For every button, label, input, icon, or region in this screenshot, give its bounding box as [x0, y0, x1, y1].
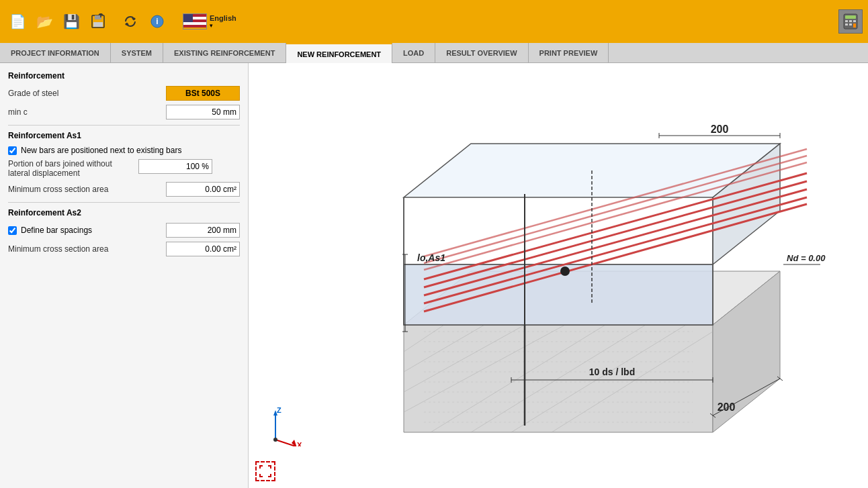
language-selector[interactable]: English ▾	[183, 13, 236, 30]
calculator-btn[interactable]	[838, 9, 863, 34]
info-btn[interactable]: i	[145, 9, 169, 34]
svg-point-74	[273, 438, 277, 442]
min-cross-as2-input[interactable]	[166, 242, 240, 256]
portion-bars-row: Portion of bars joined without lateral d…	[8, 159, 240, 178]
grade-of-steel-label: Grade of steel	[8, 89, 166, 98]
reinforcement-title: Reinforcement	[8, 71, 240, 81]
tab-result-overview[interactable]: RESULT OVERVIEW	[435, 43, 528, 63]
svg-text:X: X	[297, 441, 302, 446]
tab-load[interactable]: LOAD	[392, 43, 435, 63]
grade-of-steel-row: Grade of steel BSt 500S	[8, 86, 240, 101]
min-cross-as1-label: Minimum cross section area	[8, 185, 166, 194]
bottom-dim-label: 10 ds / lbd	[589, 367, 635, 377]
new-bars-label: New bars are positioned next to existing…	[21, 146, 181, 155]
reinforcement-section: Reinforcement Grade of steel BSt 500S mi…	[8, 71, 240, 119]
svg-point-54	[560, 266, 570, 276]
tabbar: PROJECT INFORMATION SYSTEM EXISTING REIN…	[0, 43, 868, 63]
left-panel: Reinforcement Grade of steel BSt 500S mi…	[0, 63, 249, 488]
svg-text:Z: Z	[277, 406, 281, 414]
language-label: English	[210, 14, 236, 22]
svg-rect-7	[845, 15, 856, 19]
portion-bars-input[interactable]	[138, 159, 212, 174]
new-bars-checkbox[interactable]	[8, 146, 17, 155]
new-bars-checkbox-row: New bars are positioned next to existing…	[8, 146, 240, 155]
reinforcement-as1-section: Reinforcement As1 New bars are positione…	[8, 131, 240, 197]
toolbar: 📄 📂 💾 i	[0, 0, 868, 43]
svg-text:i: i	[156, 17, 158, 26]
main-content: Reinforcement Grade of steel BSt 500S mi…	[0, 63, 868, 488]
dim-200-top: 200	[711, 124, 729, 135]
tab-project-information[interactable]: PROJECT INFORMATION	[0, 43, 111, 63]
svg-rect-12	[849, 23, 852, 26]
portion-bars-label: Portion of bars joined without lateral d…	[8, 159, 136, 178]
min-cross-as2-label: Minimum cross section area	[8, 244, 166, 254]
dim-200-bottom: 200	[718, 401, 736, 413]
svg-rect-2	[93, 22, 103, 27]
tab-system[interactable]: SYSTEM	[111, 43, 163, 63]
define-bar-spacings-row: Define bar spacings	[8, 223, 240, 238]
3d-visualization: 200 Nd = 0.00 lo,As1 10 ds / lbd 200	[249, 63, 868, 488]
min-cross-as1-input[interactable]	[166, 182, 240, 197]
save-btn[interactable]: 💾	[59, 9, 83, 34]
visualization-panel: 200 Nd = 0.00 lo,As1 10 ds / lbd 200	[249, 63, 868, 488]
min-c-input[interactable]	[166, 105, 240, 119]
bar-spacings-input[interactable]	[166, 223, 240, 238]
define-bar-spacings-label: Define bar spacings	[21, 226, 92, 235]
tab-existing-reinforcement[interactable]: EXISTING REINFORCEMENT	[163, 43, 286, 63]
tab-new-reinforcement[interactable]: NEW REINFORCEMENT	[286, 43, 392, 63]
reinforcement-as2-section: Reinforcement As2 Define bar spacings Mi…	[8, 208, 240, 256]
open-btn[interactable]: 📂	[32, 9, 56, 34]
reinforcement-as2-title: Reinforcement As2	[8, 208, 240, 217]
axis-indicator: Z X	[262, 406, 302, 448]
svg-rect-11	[845, 23, 848, 26]
fit-to-screen-btn[interactable]	[255, 461, 275, 481]
svg-rect-9	[849, 20, 852, 22]
lo-as1-label: lo,As1	[417, 252, 445, 263]
min-cross-as1-row: Minimum cross section area	[8, 182, 240, 197]
min-c-label: min c	[8, 107, 166, 117]
reinforcement-as1-title: Reinforcement As1	[8, 131, 240, 140]
min-c-row: min c	[8, 105, 240, 119]
saveas-btn[interactable]	[86, 9, 110, 34]
svg-rect-8	[845, 20, 848, 22]
grade-of-steel-btn[interactable]: BSt 500S	[166, 86, 240, 101]
nd-label: Nd = 0.00	[787, 253, 826, 263]
svg-rect-13	[853, 23, 856, 28]
new-btn[interactable]: 📄	[5, 9, 30, 34]
define-bar-spacings-checkbox[interactable]	[8, 226, 17, 235]
refresh-btn[interactable]	[118, 9, 142, 34]
tab-print-preview[interactable]: PRINT PREVIEW	[529, 43, 609, 63]
min-cross-as2-row: Minimum cross section area	[8, 242, 240, 256]
svg-rect-10	[853, 20, 856, 22]
language-dropdown-icon: ▾	[210, 22, 213, 29]
